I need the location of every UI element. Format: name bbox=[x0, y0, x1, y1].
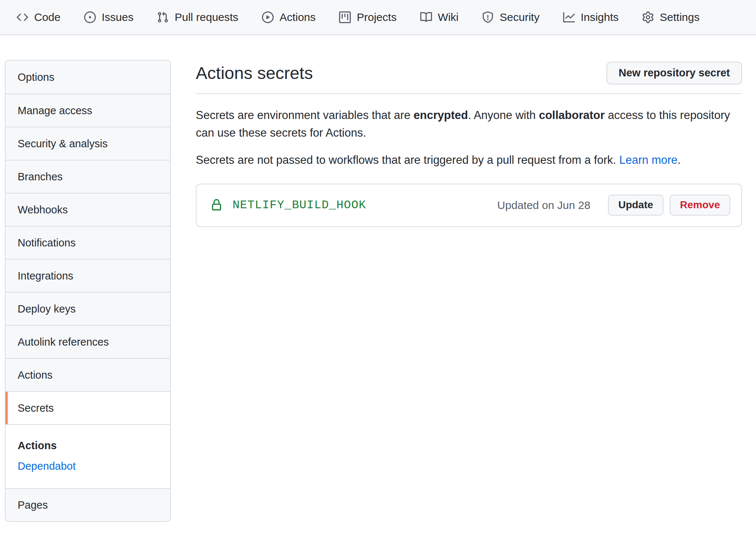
tab-code[interactable]: Code bbox=[17, 11, 61, 24]
sidebar-item-label: Deploy keys bbox=[18, 303, 76, 315]
tab-wiki-label: Wiki bbox=[438, 11, 459, 24]
submenu-item-dependabot[interactable]: Dependabot bbox=[18, 456, 170, 476]
tab-actions[interactable]: Actions bbox=[262, 11, 316, 24]
sidebar-item-label: Actions bbox=[18, 369, 53, 381]
sidebar-item-label: Options bbox=[18, 71, 54, 83]
sidebar-item-label: Autolink references bbox=[18, 336, 109, 348]
new-repository-secret-button[interactable]: New repository secret bbox=[606, 62, 742, 84]
tab-code-label: Code bbox=[34, 11, 61, 24]
remove-secret-button[interactable]: Remove bbox=[670, 195, 730, 216]
fork-note-period: . bbox=[677, 154, 681, 166]
tab-wiki[interactable]: Wiki bbox=[420, 11, 459, 24]
sidebar-item-label: Secrets bbox=[18, 402, 54, 414]
secret-updated-date: Updated on Jun 28 bbox=[497, 199, 591, 212]
fork-note-text: Secrets are not passed to workflows that… bbox=[196, 151, 742, 169]
tab-issues[interactable]: Issues bbox=[84, 11, 134, 24]
learn-more-link[interactable]: Learn more bbox=[619, 154, 678, 166]
gear-icon bbox=[642, 11, 654, 23]
tab-issues-label: Issues bbox=[102, 11, 134, 24]
subhead: Actions secrets New repository secret bbox=[196, 59, 742, 94]
git-pull-request-icon bbox=[157, 11, 169, 23]
tab-security[interactable]: Security bbox=[482, 11, 539, 24]
tab-actions-label: Actions bbox=[280, 11, 316, 24]
shield-icon bbox=[482, 11, 494, 23]
intro-text-part: Secrets are environment variables that a… bbox=[196, 109, 414, 122]
code-icon bbox=[17, 11, 28, 23]
tab-security-label: Security bbox=[500, 11, 539, 24]
secrets-submenu: Actions Dependabot bbox=[6, 424, 170, 488]
tab-insights[interactable]: Insights bbox=[563, 11, 619, 24]
book-icon bbox=[420, 11, 432, 23]
main-content: Actions secrets New repository secret Se… bbox=[196, 59, 742, 227]
tab-pull-requests[interactable]: Pull requests bbox=[157, 11, 238, 24]
tab-settings-label: Settings bbox=[660, 11, 699, 24]
graph-icon bbox=[563, 11, 575, 23]
tab-projects-label: Projects bbox=[357, 11, 396, 24]
sidebar-item-label: Notifications bbox=[18, 237, 76, 249]
sidebar-item-integrations[interactable]: Integrations bbox=[6, 259, 170, 292]
tab-insights-label: Insights bbox=[581, 11, 619, 24]
tab-projects[interactable]: Projects bbox=[339, 11, 396, 24]
secrets-intro-text: Secrets are environment variables that a… bbox=[196, 107, 742, 142]
sidebar-item-security-analysis[interactable]: Security & analysis bbox=[6, 127, 170, 160]
update-secret-button[interactable]: Update bbox=[608, 195, 663, 216]
sidebar-item-pages[interactable]: Pages bbox=[6, 488, 170, 521]
sidebar-item-notifications[interactable]: Notifications bbox=[6, 226, 170, 259]
issue-opened-icon bbox=[84, 11, 96, 23]
tab-settings[interactable]: Settings bbox=[642, 11, 699, 24]
page-title: Actions secrets bbox=[196, 62, 313, 84]
intro-bold-encrypted: encrypted bbox=[414, 109, 468, 122]
play-icon bbox=[262, 11, 274, 23]
secret-name: NETLIFY_BUILD_HOOK bbox=[233, 198, 366, 212]
secret-list-item: NETLIFY_BUILD_HOOK Updated on Jun 28 Upd… bbox=[196, 184, 742, 227]
settings-sidebar: Options Manage access Security & analysi… bbox=[5, 60, 171, 522]
sidebar-item-label: Security & analysis bbox=[18, 138, 108, 150]
sidebar-item-deploy-keys[interactable]: Deploy keys bbox=[6, 292, 170, 325]
sidebar-item-branches[interactable]: Branches bbox=[6, 160, 170, 193]
submenu-item-actions[interactable]: Actions bbox=[18, 435, 170, 456]
intro-bold-collaborator: collaborator bbox=[539, 109, 605, 122]
sidebar-item-actions[interactable]: Actions bbox=[6, 358, 170, 391]
sidebar-item-label: Webhooks bbox=[18, 204, 68, 216]
lock-icon bbox=[210, 199, 223, 211]
sidebar-item-manage-access[interactable]: Manage access bbox=[6, 94, 170, 127]
sidebar-item-secrets[interactable]: Secrets bbox=[6, 391, 170, 424]
sidebar-item-label: Integrations bbox=[18, 270, 73, 282]
sidebar-item-label: Manage access bbox=[18, 105, 92, 117]
intro-text-part: . Anyone with bbox=[468, 109, 539, 122]
project-icon bbox=[339, 11, 351, 23]
fork-note-part: Secrets are not passed to workflows that… bbox=[196, 154, 619, 166]
sidebar-item-autolink-references[interactable]: Autolink references bbox=[6, 325, 170, 358]
sidebar-item-options[interactable]: Options bbox=[6, 61, 170, 94]
sidebar-item-label: Branches bbox=[18, 171, 63, 183]
tab-pull-requests-label: Pull requests bbox=[174, 11, 238, 24]
active-indicator bbox=[6, 392, 8, 424]
sidebar-item-label: Pages bbox=[18, 499, 48, 511]
settings-page: Options Manage access Security & analysi… bbox=[0, 35, 756, 522]
repo-tab-bar: Code Issues Pull requests Actions Projec… bbox=[0, 0, 756, 35]
sidebar-item-webhooks[interactable]: Webhooks bbox=[6, 193, 170, 226]
